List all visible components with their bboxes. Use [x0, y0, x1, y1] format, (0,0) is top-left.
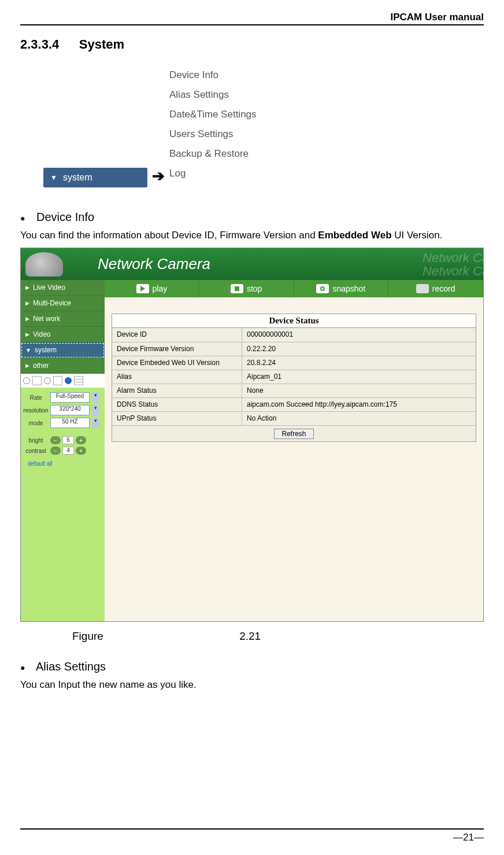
nav-label: Video	[33, 330, 50, 338]
table-row: Device Embeded Web UI Version20.8.2.24	[112, 356, 476, 370]
nav-network[interactable]: ▶Net work	[21, 311, 105, 327]
system-button-label: system	[63, 172, 92, 183]
chevron-right-icon: ▶	[25, 316, 29, 322]
increase-button[interactable]: +	[76, 436, 86, 444]
contrast-value[interactable]: 4	[62, 447, 74, 455]
nav-label: system	[35, 346, 57, 354]
content-area: play stop snapshot record Device Status …	[105, 280, 483, 621]
chevron-right-icon: ▶	[25, 300, 29, 306]
viewmode-radio[interactable]	[23, 377, 30, 384]
arrow-right-icon: ➔	[152, 167, 165, 185]
app-title: Network Camera	[98, 255, 210, 273]
rate-label: Rate	[23, 395, 49, 401]
cell-value: 000000000001	[242, 328, 476, 342]
camera-icon	[25, 252, 63, 277]
nav-multi-device[interactable]: ▶Multi-Device	[21, 296, 105, 311]
heading-text: Alias Settings	[36, 660, 106, 673]
button-label: snapshot	[332, 284, 365, 293]
refresh-button[interactable]: Refresh	[274, 429, 313, 439]
button-label: record	[432, 284, 455, 293]
screenshot-figure: Network Camera Network Ca Network Ca ▶Li…	[20, 248, 484, 622]
dropdown-icon[interactable]: ▾	[91, 418, 99, 428]
figure-caption: Figure 2.21	[72, 630, 484, 643]
system-submenu-list: Device Info Alias Settings Date&Time Set…	[169, 69, 257, 187]
system-menu-diagram: ▼ system ➔ Device Info Alias Settings Da…	[43, 69, 484, 187]
dropdown-icon[interactable]: ▾	[91, 392, 99, 403]
section-number: 2.3.3.4	[20, 37, 59, 51]
dropdown-icon[interactable]: ▾	[91, 405, 99, 415]
bullet-icon: ●	[20, 213, 25, 223]
viewmode-radio[interactable]	[44, 377, 51, 384]
viewmode-grid-icon[interactable]	[53, 376, 62, 385]
mode-select[interactable]: 50 HZ	[50, 418, 90, 428]
cell-value: No Action	[242, 412, 476, 425]
viewmode-grid3-icon[interactable]	[74, 376, 83, 385]
chevron-down-icon: ▼	[25, 347, 31, 353]
nav-video[interactable]: ▶Video	[21, 327, 105, 342]
default-all-link[interactable]: default all	[23, 460, 102, 467]
cell-label: Alarm Status	[112, 384, 242, 397]
section-title: System	[79, 37, 124, 51]
table-row: AliasAipcam_01	[112, 370, 476, 384]
cell-label: Alias	[112, 370, 242, 384]
menu-item: Date&Time Settings	[169, 109, 257, 120]
cell-value: 20.8.2.24	[242, 356, 476, 370]
rate-select[interactable]: Full-Speed	[50, 392, 90, 403]
menu-item: Device Info	[169, 69, 257, 81]
nav-label: Live Video	[33, 283, 65, 292]
record-button[interactable]: record	[388, 280, 483, 297]
alias-settings-paragraph: You can Input the new name as you like.	[20, 677, 484, 692]
document-header: IPCAM User manual	[20, 12, 484, 25]
sidebar: ▶Live Video ▶Multi-Device ▶Net work ▶Vid…	[21, 280, 105, 621]
viewmode-radio-selected[interactable]	[65, 377, 72, 384]
chevron-right-icon: ▶	[25, 285, 29, 290]
device-status-table: Device Status Device ID000000000001 Devi…	[112, 314, 476, 442]
table-row: DDNS Statusaipcam.com Succeed http://lye…	[112, 397, 476, 411]
app-header: Network Camera Network Ca Network Ca	[21, 248, 483, 280]
device-info-heading: ● Device Info	[20, 211, 484, 224]
cell-value: aipcam.com Succeed http://lyey.aipcam.co…	[242, 398, 476, 411]
record-icon	[416, 284, 429, 293]
resolution-label: resolution	[23, 407, 49, 414]
nav-system[interactable]: ▼system	[21, 342, 105, 358]
refresh-row: Refresh	[112, 425, 476, 441]
nav-label: Multi-Device	[33, 299, 71, 307]
increase-button[interactable]: +	[76, 447, 86, 455]
system-button[interactable]: ▼ system	[43, 168, 147, 187]
bright-value[interactable]: 6	[62, 436, 74, 444]
nav-label: other	[33, 362, 49, 370]
button-label: play	[153, 284, 168, 293]
table-row: UPnP StatusNo Action	[112, 411, 476, 425]
nav-label: Net work	[33, 315, 60, 323]
heading-text: Device Info	[36, 211, 94, 223]
nav-live-video[interactable]: ▶Live Video	[21, 280, 105, 296]
watermark-text: Network Ca	[423, 264, 483, 279]
cell-value: Aipcam_01	[242, 370, 476, 384]
menu-item: Alias Settings	[169, 89, 257, 101]
decrease-button[interactable]: −	[50, 436, 61, 444]
bright-label: bright	[23, 437, 49, 444]
play-button[interactable]: play	[105, 280, 199, 297]
contrast-label: contrast	[23, 448, 49, 454]
stop-button[interactable]: stop	[199, 280, 294, 297]
cell-label: Device Firmware Version	[112, 342, 242, 356]
snapshot-button[interactable]: snapshot	[294, 280, 389, 297]
resolution-select[interactable]: 320*240	[50, 405, 90, 415]
view-mode-selector	[21, 374, 105, 388]
table-row: Alarm StatusNone	[112, 384, 476, 397]
cell-label: DDNS Status	[112, 398, 242, 411]
cell-value: 0.22.2.20	[242, 342, 476, 356]
decrease-button[interactable]: −	[50, 447, 61, 455]
cell-label: Device Embeded Web UI Version	[112, 356, 242, 370]
triangle-down-icon: ▼	[50, 174, 57, 182]
nav-other[interactable]: ▶other	[21, 358, 105, 374]
device-info-paragraph: You can find the information about Devic…	[20, 227, 484, 243]
toolbar: play stop snapshot record	[105, 280, 483, 297]
chevron-right-icon: ▶	[25, 331, 29, 337]
menu-item: Users Settings	[169, 128, 257, 140]
text-bold: Embedded Web	[318, 230, 391, 241]
text: You can find the information about Devic…	[20, 230, 318, 241]
chevron-right-icon: ▶	[25, 363, 29, 368]
viewmode-single-icon[interactable]	[32, 376, 42, 385]
text: UI Version.	[392, 230, 443, 241]
